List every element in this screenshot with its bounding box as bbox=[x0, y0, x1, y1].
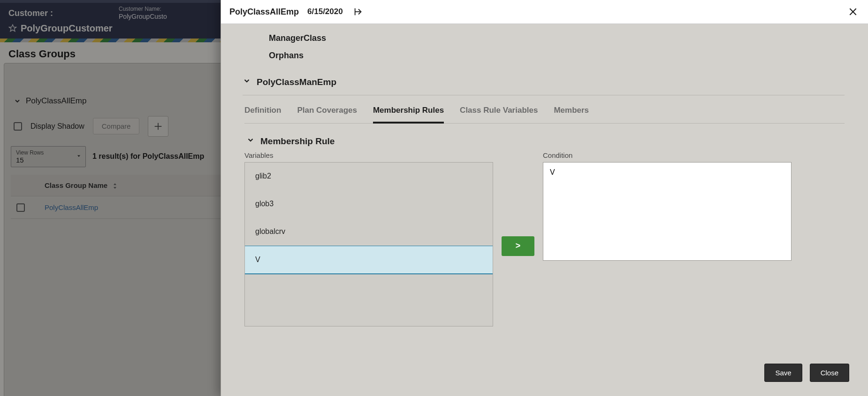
tab-membership-rules[interactable]: Membership Rules bbox=[373, 101, 444, 124]
subsection-title: Membership Rule bbox=[260, 136, 335, 147]
move-right-button[interactable]: > bbox=[502, 236, 534, 256]
section-header[interactable]: PolyClassManEmp bbox=[243, 73, 845, 95]
condition-box bbox=[543, 162, 792, 261]
close-button[interactable]: Close bbox=[810, 364, 849, 382]
panel-title: PolyClassAllEmp bbox=[229, 7, 299, 17]
condition-label: Condition bbox=[543, 151, 792, 159]
panel-date: 6/15/2020 bbox=[307, 7, 343, 16]
move-column: > bbox=[502, 236, 534, 256]
variable-item[interactable]: glob3 bbox=[245, 190, 493, 218]
tab-definition[interactable]: Definition bbox=[244, 101, 281, 123]
panel-body: ManagerClass Orphans PolyClassManEmp Def… bbox=[221, 24, 868, 361]
branch-icon[interactable] bbox=[351, 5, 365, 19]
tabs: Definition Plan Coverages Membership Rul… bbox=[244, 101, 845, 124]
panel-footer: Save Close bbox=[221, 361, 868, 396]
variables-list[interactable]: glib2 glob3 globalcrv V bbox=[244, 162, 493, 326]
close-icon[interactable] bbox=[846, 5, 860, 18]
tab-members[interactable]: Members bbox=[554, 101, 589, 123]
tree-item-orphans[interactable]: Orphans bbox=[269, 47, 845, 64]
tab-plan-coverages[interactable]: Plan Coverages bbox=[297, 101, 357, 123]
save-button[interactable]: Save bbox=[764, 364, 802, 382]
variable-item[interactable]: globalcrv bbox=[245, 218, 493, 246]
variables-label: Variables bbox=[244, 151, 493, 159]
variable-item[interactable]: glib2 bbox=[245, 163, 493, 190]
variable-item-selected[interactable]: V bbox=[245, 246, 493, 274]
panel-tree: ManagerClass Orphans bbox=[269, 30, 845, 64]
detail-panel: PolyClassAllEmp 6/15/2020 ManagerClass O… bbox=[221, 0, 868, 396]
chevron-down-icon bbox=[243, 77, 251, 87]
condition-input[interactable] bbox=[549, 167, 785, 256]
rule-editor: Variables glib2 glob3 globalcrv V > Cond… bbox=[244, 151, 845, 326]
tab-class-rule-variables[interactable]: Class Rule Variables bbox=[460, 101, 538, 123]
subsection-header[interactable]: Membership Rule bbox=[246, 136, 845, 147]
tree-item-managerclass[interactable]: ManagerClass bbox=[269, 30, 845, 47]
section-title: PolyClassManEmp bbox=[257, 77, 336, 87]
chevron-down-icon bbox=[246, 136, 255, 147]
panel-header: PolyClassAllEmp 6/15/2020 bbox=[221, 0, 868, 24]
